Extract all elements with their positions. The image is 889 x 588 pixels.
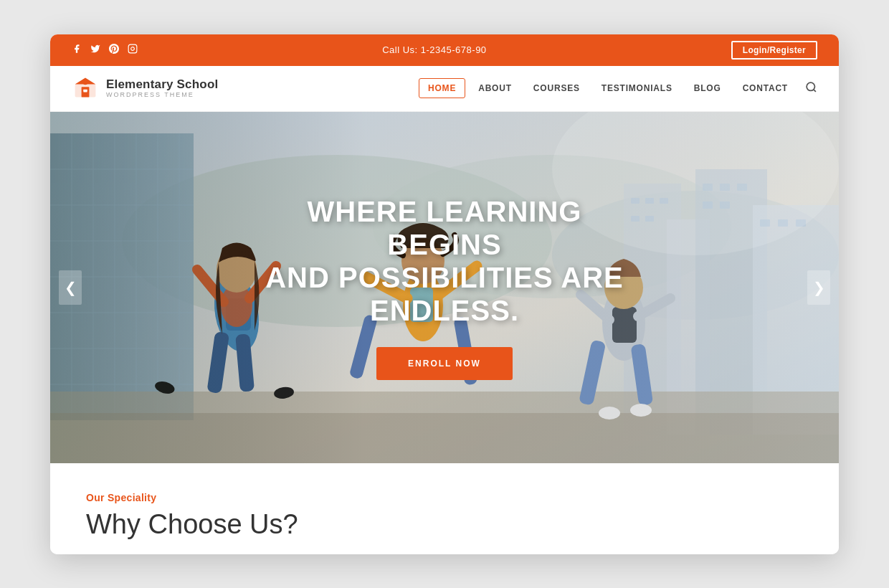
svg-rect-4 — [83, 90, 87, 93]
hero-content: WHERE LEARNING BEGINS AND POSSIBILITIES … — [247, 195, 642, 380]
top-bar: Call Us: 1-2345-678-90 Login/Register — [50, 34, 839, 66]
instagram-icon[interactable] — [128, 44, 138, 56]
hero-arrow-left[interactable]: ❮ — [59, 270, 82, 305]
pinterest-icon[interactable] — [109, 44, 119, 56]
svg-rect-0 — [128, 44, 137, 53]
logo-subtitle: WORDPRESS THEME — [106, 91, 218, 98]
login-register-button[interactable]: Login/Register — [731, 41, 817, 60]
below-hero-section: Our Speciality Why Choose Us? — [50, 463, 839, 554]
social-icons — [72, 44, 138, 56]
navbar: Elementary School WORDPRESS THEME HOME A… — [50, 66, 839, 112]
browser-frame: Call Us: 1-2345-678-90 Login/Register El… — [50, 34, 839, 554]
hero-section: WHERE LEARNING BEGINS AND POSSIBILITIES … — [50, 112, 839, 463]
section-title: Why Choose Us? — [86, 509, 803, 540]
nav-item-courses[interactable]: COURSES — [525, 79, 589, 98]
logo-text: Elementary School WORDPRESS THEME — [106, 78, 218, 99]
enroll-now-button[interactable]: ENROLL NOW — [376, 347, 513, 380]
hero-title-line3: ENDLESS. — [247, 294, 642, 327]
nav-item-testimonials[interactable]: TESTIMONIALS — [593, 79, 681, 98]
hero-arrow-right[interactable]: ❯ — [807, 270, 830, 305]
facebook-icon[interactable] — [72, 44, 82, 56]
twitter-icon[interactable] — [90, 44, 100, 56]
svg-point-6 — [807, 82, 814, 90]
logo-icon — [72, 75, 99, 102]
hero-title: WHERE LEARNING BEGINS AND POSSIBILITIES … — [247, 195, 642, 327]
logo-name: Elementary School — [106, 78, 218, 92]
nav-item-blog[interactable]: BLOG — [685, 79, 730, 98]
search-icon[interactable] — [805, 81, 817, 96]
svg-line-7 — [814, 89, 816, 91]
nav-item-contact[interactable]: CONTACT — [734, 79, 797, 98]
nav-item-about[interactable]: ABOUT — [470, 79, 520, 98]
nav-item-home[interactable]: HOME — [419, 78, 465, 98]
hero-title-line2: AND POSSIBILITIES ARE — [247, 261, 642, 294]
speciality-label: Our Speciality — [86, 492, 803, 503]
logo[interactable]: Elementary School WORDPRESS THEME — [72, 75, 218, 102]
phone-number: Call Us: 1-2345-678-90 — [382, 44, 486, 55]
hero-title-line1: WHERE LEARNING BEGINS — [247, 195, 642, 261]
nav-links: HOME ABOUT COURSES TESTIMONIALS BLOG CON… — [419, 78, 817, 98]
